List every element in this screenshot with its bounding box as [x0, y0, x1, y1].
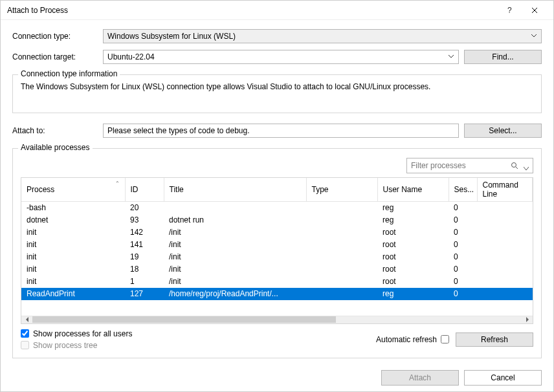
attach-to-label: Attach to:: [12, 126, 103, 135]
attach-to-field[interactable]: Please select the types of code to debug…: [103, 124, 459, 138]
col-process[interactable]: Process ⌃: [21, 178, 125, 202]
cell-session: 0: [449, 202, 477, 214]
cell-session: 0: [449, 239, 477, 251]
cell-cmdline: [477, 288, 533, 300]
attach-to-value: Please select the types of code to debug…: [107, 126, 249, 135]
cell-type: [306, 226, 377, 239]
cell-type: [306, 263, 377, 276]
cancel-button[interactable]: Cancel: [464, 370, 542, 386]
col-session[interactable]: Ses...: [449, 178, 477, 202]
col-user[interactable]: User Name: [377, 178, 449, 202]
scrollbar-track[interactable]: [32, 316, 522, 323]
auto-refresh-label: Automatic refresh: [376, 335, 437, 344]
connection-type-value: Windows Subsystem for Linux (WSL): [107, 32, 236, 41]
sort-ascending-icon: ⌃: [115, 180, 120, 186]
filter-placeholder: Filter processes: [411, 161, 466, 170]
col-cmdline[interactable]: Command Line: [477, 178, 533, 202]
cell-title: /init: [164, 226, 306, 239]
cell-id: 141: [125, 239, 164, 251]
info-text: The Windows Subsystem for Linux (WSL) co…: [21, 82, 533, 92]
show-tree-checkbox: Show process tree: [21, 341, 376, 350]
attach-button[interactable]: Attach: [381, 370, 459, 386]
cell-session: 0: [449, 288, 477, 300]
cell-session: 0: [449, 214, 477, 226]
refresh-button[interactable]: Refresh: [456, 332, 533, 347]
cell-session: 0: [449, 251, 477, 263]
scroll-left-icon[interactable]: [21, 316, 32, 323]
auto-refresh-checkbox[interactable]: Automatic refresh: [376, 335, 449, 344]
cell-cmdline: [477, 214, 533, 226]
cell-process: dotnet: [21, 214, 125, 226]
col-type[interactable]: Type: [306, 178, 377, 202]
dialog-title: Attach to Process: [7, 6, 498, 15]
col-title[interactable]: Title: [164, 178, 306, 202]
cell-type: [306, 202, 377, 214]
cell-type: [306, 251, 377, 263]
connection-type-dropdown[interactable]: Windows Subsystem for Linux (WSL): [103, 29, 542, 43]
cell-id: 19: [125, 251, 164, 263]
connection-target-dropdown[interactable]: Ubuntu-22.04: [103, 50, 459, 64]
help-button[interactable]: ?: [498, 1, 522, 20]
show-tree-label: Show process tree: [33, 341, 97, 350]
info-group-title: Connection type information: [18, 69, 120, 78]
cell-process: init: [21, 239, 125, 251]
cell-user: root: [377, 276, 449, 288]
chevron-down-icon: [448, 53, 454, 60]
table-row[interactable]: init141/initroot0: [21, 239, 533, 251]
show-all-users-input[interactable]: [21, 329, 29, 338]
table-row[interactable]: init18/initroot0: [21, 263, 533, 276]
cell-id: 20: [125, 202, 164, 214]
cell-title: [164, 202, 306, 214]
table-row[interactable]: init142/initroot0: [21, 226, 533, 239]
cell-cmdline: [477, 202, 533, 214]
cell-cmdline: [477, 239, 533, 251]
connection-type-label: Connection type:: [12, 32, 103, 41]
horizontal-scrollbar[interactable]: [21, 316, 533, 323]
cell-process: ReadAndPrint: [21, 288, 125, 300]
cell-id: 127: [125, 288, 164, 300]
table-row[interactable]: dotnet93dotnet runreg0: [21, 214, 533, 226]
scroll-right-icon[interactable]: [522, 316, 533, 323]
table-row[interactable]: init1/initroot0: [21, 276, 533, 288]
cell-type: [306, 214, 377, 226]
show-all-users-checkbox[interactable]: Show processes for all users: [21, 329, 376, 338]
connection-target-value: Ubuntu-22.04: [107, 52, 155, 61]
find-button[interactable]: Find...: [464, 50, 542, 64]
search-icon: [511, 162, 518, 169]
attach-to-process-dialog: Attach to Process ? Connection type: Win…: [0, 0, 554, 392]
cell-title: /init: [164, 251, 306, 263]
titlebar: Attach to Process ?: [1, 1, 553, 20]
close-button[interactable]: [522, 1, 547, 20]
cell-user: root: [377, 226, 449, 239]
cell-type: [306, 288, 377, 300]
cell-session: 0: [449, 263, 477, 276]
chevron-down-icon[interactable]: [524, 164, 529, 173]
cell-cmdline: [477, 263, 533, 276]
table-row[interactable]: init19/initroot0: [21, 251, 533, 263]
process-table[interactable]: Process ⌃ ID Title Type User Name Ses...…: [21, 177, 533, 324]
dialog-footer: Attach Cancel: [1, 365, 553, 392]
cell-session: 0: [449, 276, 477, 288]
cell-process: -bash: [21, 202, 125, 214]
select-button[interactable]: Select...: [464, 124, 542, 138]
show-all-users-label: Show processes for all users: [33, 329, 132, 338]
col-id[interactable]: ID: [125, 178, 164, 202]
cell-user: root: [377, 239, 449, 251]
scrollbar-thumb[interactable]: [32, 316, 336, 323]
available-processes-title: Available processes: [18, 143, 93, 152]
cell-type: [306, 239, 377, 251]
cell-title: /init: [164, 263, 306, 276]
chevron-down-icon: [531, 32, 537, 39]
cell-title: dotnet run: [164, 214, 306, 226]
cell-cmdline: [477, 226, 533, 239]
svg-point-1: [512, 163, 516, 168]
table-row[interactable]: -bash20reg0: [21, 202, 533, 214]
cell-cmdline: [477, 276, 533, 288]
connection-type-info-group: Connection type information The Windows …: [12, 74, 542, 113]
show-tree-input: [21, 341, 29, 349]
table-row[interactable]: ReadAndPrint127/home/reg/proj/ReadAndPri…: [21, 288, 533, 300]
filter-processes-input[interactable]: Filter processes: [406, 158, 533, 173]
auto-refresh-input[interactable]: [441, 335, 449, 343]
cell-title: /init: [164, 276, 306, 288]
cell-title: /home/reg/proj/ReadAndPrint/...: [164, 288, 306, 300]
